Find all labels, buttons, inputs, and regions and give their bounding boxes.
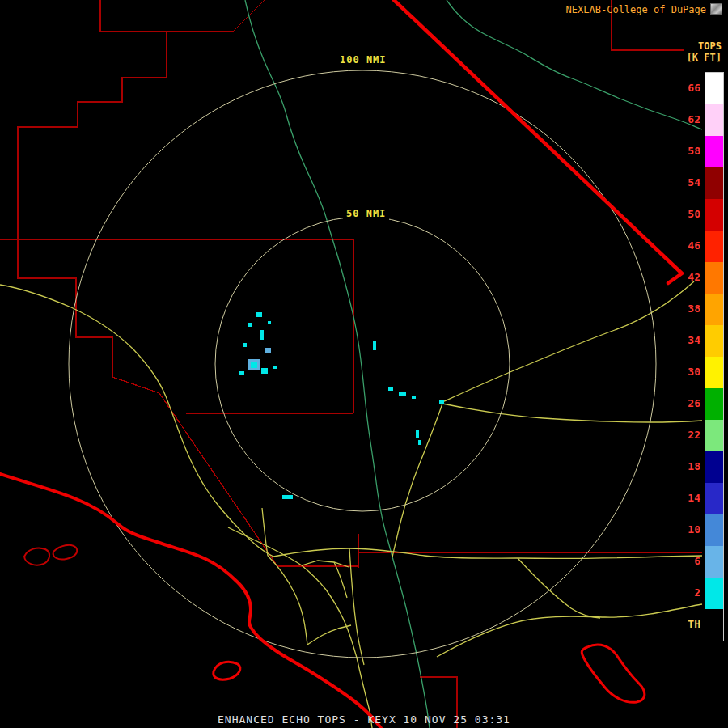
legend-value: 58 <box>676 135 700 167</box>
island-outline <box>24 548 49 565</box>
island-outline <box>53 545 78 560</box>
color-swatch <box>705 136 723 167</box>
range-rings <box>69 70 656 658</box>
color-swatch <box>705 231 723 262</box>
legend-value: 34 <box>676 324 700 356</box>
product-caption: ENHANCED ECHO TOPS - KEYX 10 NOV 25 03:3… <box>0 713 728 726</box>
coastline-line <box>0 474 381 728</box>
legend-value: 38 <box>676 293 700 324</box>
road-line <box>268 556 307 645</box>
echo-cell <box>373 341 376 350</box>
state-border <box>394 0 682 283</box>
range-ring-100nmi <box>69 70 656 658</box>
county-line <box>0 239 353 413</box>
color-swatch <box>705 325 723 357</box>
radar-map <box>0 0 728 728</box>
road-line <box>518 558 600 618</box>
legend-title-block: TOPS [K FT] <box>687 40 722 63</box>
echo-cell <box>248 323 252 327</box>
color-swatch <box>705 294 723 325</box>
echo-cell <box>251 362 257 368</box>
state-border-line <box>394 0 682 283</box>
county-line <box>18 0 358 566</box>
legend-value: 54 <box>676 167 700 198</box>
roads <box>0 281 702 728</box>
echo-cell <box>418 440 421 445</box>
color-swatch <box>705 420 723 451</box>
color-swatch <box>705 388 723 420</box>
echo-cell <box>273 366 277 369</box>
county-line <box>358 534 702 568</box>
echo-cell <box>256 312 262 317</box>
island-outline <box>214 662 240 679</box>
legend-value: 6 <box>676 545 700 577</box>
echo-cell <box>261 368 268 374</box>
echo-cell <box>239 371 244 375</box>
road-line <box>442 404 702 422</box>
color-swatch <box>705 451 723 483</box>
legend-value: 14 <box>676 482 700 514</box>
road-line <box>334 562 347 598</box>
legend-value: 2 <box>676 577 700 608</box>
echo-cell <box>243 343 247 347</box>
echo-cell <box>399 392 406 396</box>
echo-cell <box>265 348 271 353</box>
legend-value: 66 <box>676 72 700 104</box>
island-outline <box>582 645 645 702</box>
color-swatch <box>705 357 723 388</box>
color-scale-bar <box>705 72 724 641</box>
legend-value: 62 <box>676 104 700 135</box>
legend-value: 50 <box>676 198 700 230</box>
legend-value: 10 <box>676 514 700 545</box>
legend-value: 26 <box>676 387 700 419</box>
legend-value: 18 <box>676 451 700 482</box>
color-swatch <box>705 514 723 546</box>
road-line <box>273 548 702 558</box>
color-swatch <box>705 262 723 294</box>
legend-value: 42 <box>676 261 700 293</box>
echo-cell <box>282 495 293 499</box>
legend-value: 30 <box>676 356 700 387</box>
road-line <box>0 285 273 557</box>
nexlab-brand-text: NEXLAB-College of DuPage <box>566 4 706 15</box>
legend-value: 46 <box>676 230 700 261</box>
county-boundaries <box>0 0 702 728</box>
radar-echoes <box>239 312 444 499</box>
color-swatch <box>705 167 723 199</box>
color-swatch <box>705 609 723 641</box>
range-ring-label-100nmi: 100 NMI <box>336 53 390 66</box>
river-line <box>447 0 702 129</box>
cod-logo-icon <box>710 3 722 15</box>
echo-cell <box>439 400 444 404</box>
color-swatch <box>705 73 723 104</box>
legend-units: [K FT] <box>687 52 722 63</box>
county-line <box>167 0 265 32</box>
echo-cell <box>412 396 416 399</box>
color-swatch <box>705 546 723 578</box>
radar-screen: 100 NMI 50 NMI NEXLAB-College of DuPage … <box>0 0 728 728</box>
echo-cell <box>268 321 271 324</box>
color-swatch <box>705 104 723 136</box>
range-ring-label-50nmi: 50 NMI <box>343 207 389 220</box>
legend-title: TOPS <box>687 40 722 52</box>
color-swatch <box>705 199 723 231</box>
echo-cell <box>388 387 393 391</box>
road-line <box>437 604 702 657</box>
legend-value: TH <box>676 608 700 640</box>
legend-value-labels: 66 62 58 54 50 46 42 38 34 30 26 22 18 1… <box>676 72 700 640</box>
color-swatch <box>705 578 723 609</box>
road-line <box>307 625 351 645</box>
river-line <box>245 0 430 728</box>
color-swatch <box>705 483 723 514</box>
echo-cell <box>260 330 264 340</box>
road-line <box>392 404 442 557</box>
echo-cell <box>416 430 419 438</box>
coastline <box>0 474 381 728</box>
road-line <box>442 281 694 402</box>
islands-minor <box>24 545 77 565</box>
legend-value: 22 <box>676 419 700 451</box>
rivers <box>245 0 702 728</box>
